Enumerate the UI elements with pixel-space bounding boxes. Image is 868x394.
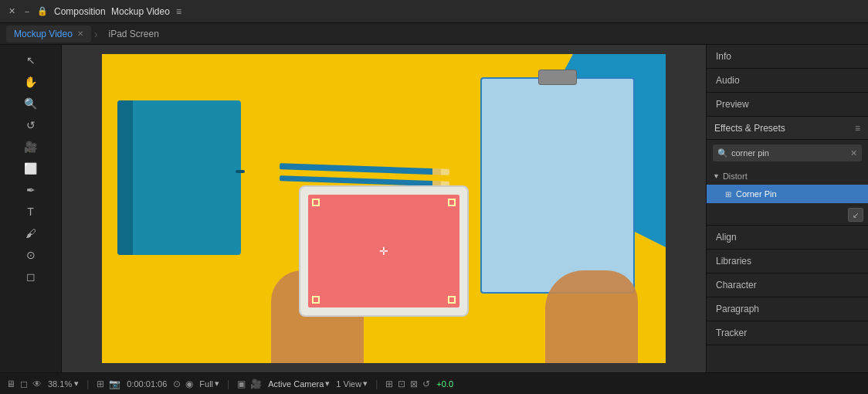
- stamp-icon[interactable]: ⊙: [173, 379, 181, 389]
- tracker-label: Tracker: [716, 328, 747, 338]
- search-clear-icon[interactable]: ✕: [850, 148, 857, 158]
- preview-section: Preview: [707, 93, 868, 117]
- corner-pin-bl[interactable]: [312, 296, 320, 304]
- apply-button-area: ↙: [707, 205, 868, 225]
- zoom-value: 38.1%: [48, 379, 72, 389]
- apply-effect-button[interactable]: ↙: [848, 208, 863, 222]
- tab-separator: ›: [94, 28, 98, 40]
- effect-type-icon: ⊞: [725, 190, 731, 199]
- camera-small-icon[interactable]: 📷: [109, 379, 120, 389]
- eye-icon[interactable]: 👁: [32, 379, 42, 389]
- hand-right: [545, 270, 638, 363]
- close-icon[interactable]: ✕: [6, 6, 17, 17]
- libraries-header[interactable]: Libraries: [707, 250, 868, 273]
- monitor-icon[interactable]: 🖥: [6, 379, 15, 389]
- distort-arrow-icon: ▼: [713, 172, 720, 180]
- align-section: Align: [707, 226, 868, 250]
- tab-mockup-video-label: Mockup Video: [14, 29, 73, 39]
- tab-bar: Mockup Video ✕ › iPad Screen: [0, 23, 868, 45]
- tab-mockup-video-close[interactable]: ✕: [77, 29, 83, 38]
- tab-mockup-video[interactable]: Mockup Video ✕: [6, 25, 91, 42]
- quality-dropdown[interactable]: Full ▾: [199, 379, 219, 389]
- color-icon[interactable]: ◉: [185, 379, 193, 389]
- zoom-control[interactable]: 38.1% ▾: [48, 379, 79, 389]
- display-icon[interactable]: ◻: [20, 379, 28, 389]
- align-header[interactable]: Align: [707, 226, 868, 249]
- region-icons: ▣ 🎥: [237, 379, 262, 389]
- distort-group: ▼ Distort ⊞ Corner Pin: [707, 166, 868, 205]
- left-tool-panel: ↖ ✋ 🔍 ↺ 🎥 ⬜ ✒ T 🖌 ⊙ ◻: [0, 45, 62, 372]
- collapse-icon[interactable]: −: [22, 6, 32, 17]
- search-icon: 🔍: [717, 148, 728, 158]
- composition-name: Mockup Video: [111, 6, 170, 17]
- exposure-value: +0.0: [436, 379, 453, 389]
- tool-pen[interactable]: ✒: [17, 181, 45, 199]
- grid-fit-icons: ⊞ 📷: [97, 379, 120, 389]
- notebook: [117, 100, 241, 255]
- effects-presets-header: Effects & Presets ≡: [707, 117, 868, 140]
- region-icon[interactable]: ▣: [237, 379, 246, 389]
- bottom-left-icons: 🖥 ◻ 👁: [6, 379, 42, 389]
- fit-icon[interactable]: ⊞: [97, 379, 104, 389]
- view-dropdown[interactable]: 1 View ▾: [336, 379, 368, 389]
- tool-paint[interactable]: 🖌: [17, 224, 45, 243]
- tool-stamp[interactable]: ⊙: [17, 246, 45, 264]
- composition-prefix: Composition: [54, 6, 106, 17]
- info-header[interactable]: Info: [707, 45, 868, 68]
- layout-icon-3[interactable]: ⊠: [410, 379, 418, 389]
- tool-shape[interactable]: ⬜: [17, 159, 45, 178]
- layout-icons: ⊞ ⊡ ⊠ ↺: [385, 379, 430, 389]
- preview-header[interactable]: Preview: [707, 93, 868, 116]
- corner-pin-tl[interactable]: [312, 199, 320, 206]
- info-section: Info: [707, 45, 868, 69]
- time-display[interactable]: 0:00:01:06: [127, 379, 167, 389]
- bottom-bar: 🖥 ◻ 👁 38.1% ▾ | ⊞ 📷 0:00:01:06 ⊙ ◉ Full …: [0, 372, 868, 394]
- clipboard: [480, 77, 635, 294]
- distort-label: Distort: [723, 172, 748, 181]
- layout-icon-2[interactable]: ⊡: [398, 379, 405, 389]
- tab-ipad-screen-label: iPad Screen: [109, 29, 159, 39]
- corner-pin-tr[interactable]: [448, 199, 456, 206]
- layout-icon-1[interactable]: ⊞: [385, 379, 393, 389]
- tool-hand[interactable]: ✋: [17, 73, 45, 91]
- lock-icon[interactable]: 🔒: [37, 6, 48, 17]
- corner-pin-item[interactable]: ⊞ Corner Pin: [707, 185, 868, 203]
- camera-region-icon[interactable]: 🎥: [250, 379, 262, 389]
- active-camera-dropdown[interactable]: Active Camera ▾: [268, 379, 330, 389]
- window-controls[interactable]: ✕ − 🔒: [6, 6, 48, 17]
- tracker-header[interactable]: Tracker: [707, 321, 868, 345]
- crosshair-icon: ✛: [378, 246, 389, 256]
- playback-icons: ⊙ ◉: [173, 379, 193, 389]
- libraries-label: Libraries: [716, 256, 751, 267]
- tab-ipad-screen[interactable]: iPad Screen: [101, 25, 167, 42]
- effects-presets-panel: Effects & Presets ≡ 🔍 ✕ ▼ Distort ⊞ Corn…: [707, 117, 868, 226]
- paragraph-section: Paragraph: [707, 297, 868, 321]
- distort-header[interactable]: ▼ Distort: [707, 168, 868, 185]
- view-arrow-icon: ▾: [363, 379, 368, 389]
- tool-camera[interactable]: 🎥: [17, 138, 45, 156]
- align-label: Align: [716, 232, 737, 243]
- exposure-control[interactable]: +0.0: [436, 379, 453, 389]
- tool-select[interactable]: ↖: [17, 51, 45, 70]
- character-header[interactable]: Character: [707, 273, 868, 297]
- tool-text[interactable]: T: [17, 202, 45, 221]
- effects-search-input[interactable]: [731, 148, 847, 158]
- divider-3: |: [375, 379, 378, 389]
- corner-pin-label: Corner Pin: [736, 189, 777, 199]
- quality-value: Full: [199, 379, 213, 389]
- tool-zoom[interactable]: 🔍: [17, 94, 45, 113]
- paragraph-header[interactable]: Paragraph: [707, 297, 868, 321]
- ipad-screen: ✛: [308, 195, 459, 307]
- corner-pin-br[interactable]: [448, 296, 456, 304]
- tool-rotate[interactable]: ↺: [17, 116, 45, 134]
- libraries-section: Libraries: [707, 250, 868, 273]
- composition-menu-icon[interactable]: ≡: [176, 6, 181, 17]
- rotate-icon[interactable]: ↺: [422, 379, 430, 389]
- main-content: ↖ ✋ 🔍 ↺ 🎥 ⬜ ✒ T 🖌 ⊙ ◻: [0, 45, 868, 372]
- effects-menu-icon[interactable]: ≡: [855, 123, 860, 134]
- audio-header[interactable]: Audio: [707, 69, 868, 92]
- audio-label: Audio: [716, 75, 740, 86]
- time-value: 0:00:01:06: [127, 379, 167, 389]
- top-bar: ✕ − 🔒 Composition Mockup Video ≡: [0, 0, 868, 23]
- tool-eraser[interactable]: ◻: [17, 267, 45, 286]
